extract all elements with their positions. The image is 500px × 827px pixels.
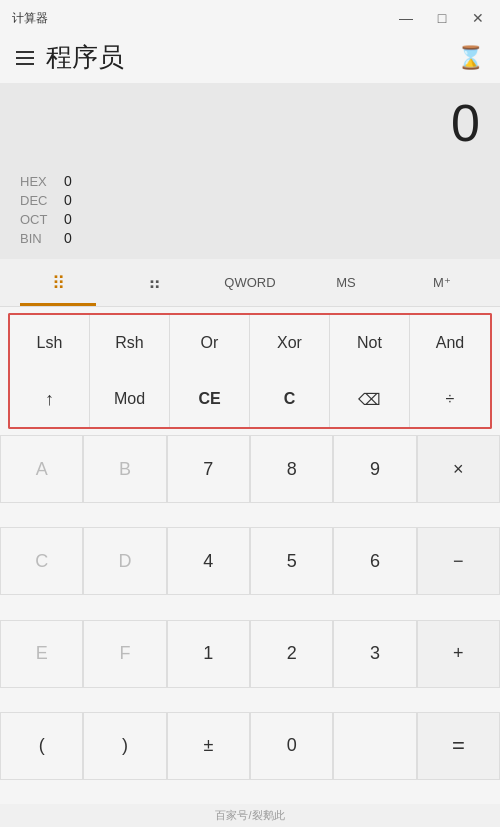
mod-button[interactable]: Mod	[90, 371, 170, 427]
bin-row: BIN 0	[20, 230, 480, 246]
dec-value: 0	[64, 192, 72, 208]
left-paren-button[interactable]: (	[0, 712, 83, 780]
key-3[interactable]: 3	[333, 620, 416, 688]
c-button[interactable]: C	[250, 371, 330, 427]
key-a[interactable]: A	[0, 435, 83, 503]
tab-dots-small[interactable]: ⠶	[106, 259, 202, 306]
shift-button[interactable]: ↑	[10, 371, 90, 427]
app-title: 程序员	[46, 40, 124, 75]
dots-grid-icon: ⠿	[52, 272, 65, 294]
key-4[interactable]: 4	[167, 527, 250, 595]
menu-button[interactable]	[16, 51, 34, 65]
dec-row: DEC 0	[20, 192, 480, 208]
key-empty	[333, 712, 416, 780]
window-controls: — □ ✕	[396, 10, 488, 26]
history-icon[interactable]: ⌛	[457, 45, 484, 71]
and-button[interactable]: And	[410, 315, 490, 371]
key-9[interactable]: 9	[333, 435, 416, 503]
ce-button[interactable]: CE	[170, 371, 250, 427]
close-button[interactable]: ✕	[468, 10, 488, 26]
dots-small-icon: ⠶	[148, 272, 161, 294]
key-1[interactable]: 1	[167, 620, 250, 688]
watermark-text: 百家号/裂鹅此	[215, 809, 284, 821]
key-e[interactable]: E	[0, 620, 83, 688]
hex-value: 0	[64, 173, 72, 189]
oct-row: OCT 0	[20, 211, 480, 227]
maximize-button[interactable]: □	[432, 10, 452, 26]
lsh-button[interactable]: Lsh	[10, 315, 90, 371]
header-left: 程序员	[16, 40, 124, 75]
key-c[interactable]: C	[0, 527, 83, 595]
plusminus-button[interactable]: ±	[167, 712, 250, 780]
key-6[interactable]: 6	[333, 527, 416, 595]
key-2[interactable]: 2	[250, 620, 333, 688]
hamburger-line1	[16, 51, 34, 53]
op-row-2: ↑ Mod CE C ⌫ ÷	[8, 371, 492, 429]
oct-value: 0	[64, 211, 72, 227]
op-row-1: Lsh Rsh Or Xor Not And	[8, 313, 492, 371]
display-area: 0	[0, 83, 500, 167]
app-header: 程序员 ⌛	[0, 36, 500, 83]
subtract-button[interactable]: −	[417, 527, 500, 595]
multiply-button[interactable]: ×	[417, 435, 500, 503]
mplus-label: M⁺	[433, 275, 451, 290]
bin-label: BIN	[20, 231, 64, 246]
oct-label: OCT	[20, 212, 64, 227]
mode-tabs: ⠿ ⠶ QWORD MS M⁺	[0, 259, 500, 307]
key-b[interactable]: B	[83, 435, 166, 503]
tab-dots-grid[interactable]: ⠿	[10, 259, 106, 306]
number-grid: A B 7 8 9 × C D 4 5 6 − E F 1 2 3 + ( ) …	[0, 435, 500, 804]
key-d[interactable]: D	[83, 527, 166, 595]
xor-button[interactable]: Xor	[250, 315, 330, 371]
rsh-button[interactable]: Rsh	[90, 315, 170, 371]
key-8[interactable]: 8	[250, 435, 333, 503]
not-button[interactable]: Not	[330, 315, 410, 371]
calculator-window: 计算器 — □ ✕ 程序员 ⌛ 0 HEX 0 DEC 0	[0, 0, 500, 827]
qword-label: QWORD	[224, 275, 275, 290]
key-f[interactable]: F	[83, 620, 166, 688]
or-button[interactable]: Or	[170, 315, 250, 371]
window-title: 计算器	[12, 10, 48, 27]
number-systems: HEX 0 DEC 0 OCT 0 BIN 0	[0, 167, 500, 259]
backspace-button[interactable]: ⌫	[330, 371, 410, 427]
tab-ms[interactable]: MS	[298, 259, 394, 306]
dec-label: DEC	[20, 193, 64, 208]
keypad-area: Lsh Rsh Or Xor Not And ↑ Mod CE C ⌫ ÷ A …	[0, 307, 500, 804]
tab-mplus[interactable]: M⁺	[394, 259, 490, 306]
hamburger-line3	[16, 63, 34, 65]
title-bar: 计算器 — □ ✕	[0, 0, 500, 36]
tab-qword[interactable]: QWORD	[202, 259, 298, 306]
watermark: 百家号/裂鹅此	[0, 804, 500, 827]
key-7[interactable]: 7	[167, 435, 250, 503]
hex-row: HEX 0	[20, 173, 480, 189]
right-paren-button[interactable]: )	[83, 712, 166, 780]
hamburger-line2	[16, 57, 34, 59]
display-value: 0	[20, 93, 480, 153]
key-5[interactable]: 5	[250, 527, 333, 595]
key-0[interactable]: 0	[250, 712, 333, 780]
ms-label: MS	[336, 275, 356, 290]
divide-button[interactable]: ÷	[410, 371, 490, 427]
hex-label: HEX	[20, 174, 64, 189]
bin-value: 0	[64, 230, 72, 246]
minimize-button[interactable]: —	[396, 10, 416, 26]
add-button[interactable]: +	[417, 620, 500, 688]
equals-button[interactable]: =	[417, 712, 500, 780]
